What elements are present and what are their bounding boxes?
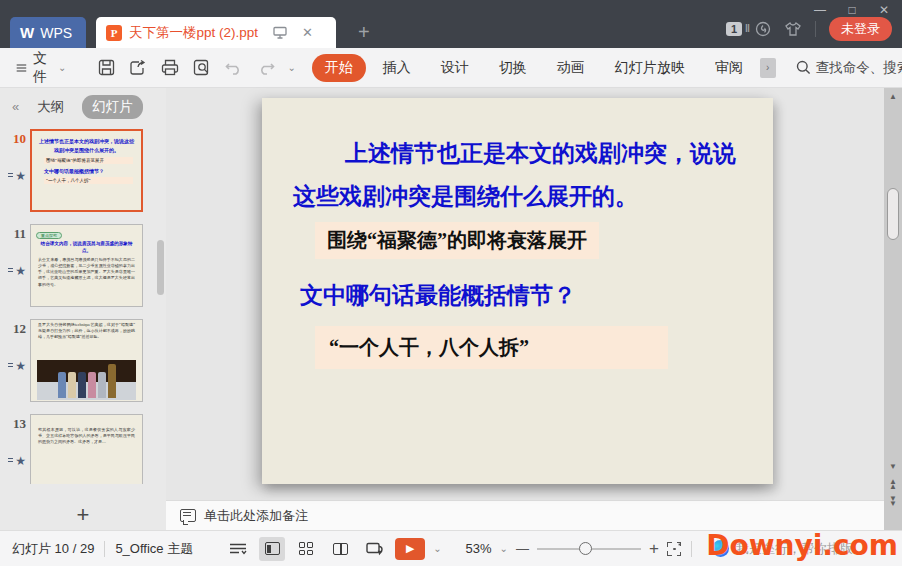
tab-animation[interactable]: 动画 [544,54,598,82]
previous-slide-button[interactable]: ▲▲ [889,479,897,489]
normal-view-button[interactable] [259,537,285,561]
slide-thumb-11[interactable]: 11 ★ 重点探究 结合课文内容，说说唐茂昌与唐茂盛的形象特点。 从全文来看，唐… [0,224,166,307]
command-search[interactable]: 查找命令、搜索模板 [796,59,902,77]
tab-slideshow[interactable]: 幻灯片放映 [602,54,698,82]
scroll-up-icon[interactable]: ▲ [889,88,897,106]
body-row: « 大纲 幻灯片 10 ★ 上述情节也正是本文的戏剧冲突，说说这些戏剧冲突是围绕… [0,88,902,530]
present-mode-icon[interactable] [273,26,287,39]
mini-heading: 上述情节也正是本文的戏剧冲突，说说这些戏剧冲突是围绕什么展开的。 [32,131,141,154]
thumbnail[interactable]: 重点探究 结合课文内容，说说唐茂昌与唐茂盛的形象特点。 从全文来看，唐茂昌与唐茂… [30,224,143,307]
slide-editor[interactable]: 上述情节也正是本文的戏剧冲突，说说这些戏剧冲突是围绕什么展开的。 围绕“福聚德”… [262,98,773,484]
more-tabs-button[interactable]: › [760,58,776,78]
new-slide-button[interactable]: + [0,500,166,530]
ribbon-tabs: 开始 插入 设计 切换 动画 幻灯片放映 审阅 › [312,54,776,82]
titlebar-right-icons: 1 未登录 [726,17,892,41]
panel-header: « 大纲 幻灯片 [0,88,166,125]
tab-transition[interactable]: 切换 [486,54,540,82]
mini-body: 究其根本原因，可以说，这是餐饮务实的人与东家少爷、交五这样靠吃官饭的人的矛盾，是… [31,415,142,446]
animation-star-icon: ★ [15,169,26,183]
print-preview-button[interactable] [187,56,217,79]
scrollbar-thumb[interactable] [887,188,899,240]
notes-placeholder: 单击此处添加备注 [204,507,308,525]
zoom-slider-knob[interactable] [579,542,592,555]
close-tab-icon[interactable]: ✕ [302,25,313,40]
tab-outline[interactable]: 大纲 [37,98,64,116]
slide-thumb-12[interactable]: 12 ★ 且罗大头自恃烤鸭绝technique艺高超，这对于“福聚德”无疑是自打… [0,319,166,402]
zoom-level[interactable]: 53% [466,541,492,556]
print-button[interactable] [155,56,185,79]
slide-counter: 幻灯片 10 / 29 [12,540,94,558]
redo-button[interactable] [251,57,281,78]
zoom-dropdown-icon[interactable]: ⌄ [500,543,508,554]
thumbnail[interactable]: 究其根本原因，可以说，这是餐饮务实的人与东家少爷、交五这样靠吃官饭的人的矛盾，是… [30,414,143,484]
quick-access-dropdown-icon[interactable]: ⌄ [287,62,295,73]
slide-number: 13 [13,416,26,432]
export-button[interactable] [123,56,153,79]
mini-highlight1: 围绕“福聚德”的即将衰落展开 [44,157,133,164]
scroll-down-icon[interactable]: ▼ [889,462,897,472]
activity-icon[interactable] [755,21,771,37]
slide-panel: « 大纲 幻灯片 10 ★ 上述情节也正是本文的戏剧冲突，说说这些戏剧冲突是围绕… [0,88,166,530]
wps-logo-icon: W [20,24,33,41]
new-tab-button[interactable]: + [352,21,376,48]
file-menu[interactable]: 文件 ⌄ [10,50,72,86]
reading-view-button[interactable] [327,537,353,561]
fit-to-window-button[interactable] [667,542,681,556]
save-button[interactable] [92,56,121,79]
notes-toggle-button[interactable] [225,537,251,561]
slide-canvas: 上述情节也正是本文的戏剧冲突，说说这些戏剧冲突是围绕什么展开的。 围绕“福聚德”… [166,88,884,500]
mini-body: 且罗大头自恃烤鸭绝technique艺高超，这对于“福聚德”无疑是自打杂力的；此… [31,320,142,358]
zoom-out-button[interactable]: — [516,541,529,556]
heading-line2: 这些戏剧冲突是围绕什么展开的。 [293,183,638,209]
slide-thumb-10[interactable]: 10 ★ 上述情节也正是本文的戏剧冲突，说说这些戏剧冲突是围绕什么展开的。 围绕… [0,129,166,212]
tab-slides[interactable]: 幻灯片 [82,95,143,119]
scrollbar-bottom-controls: ▼ ▲▲ ▼▼ [889,462,897,506]
document-title: 天下第一楼ppt (2).ppt [129,24,258,42]
thumbnail-list: 10 ★ 上述情节也正是本文的戏剧冲突，说说这些戏剧冲突是围绕什么展开的。 围绕… [0,125,166,500]
thumbnail[interactable]: 且罗大头自恃烤鸭绝technique艺高超，这对于“福聚德”无疑是自打杂力的；此… [30,319,143,402]
window-count-badge[interactable]: 1 [726,22,742,36]
zoom-in-button[interactable]: + [649,539,659,559]
view-switcher: ▶ ⌄ [225,537,441,561]
slide-highlight-answer2[interactable]: “一个人干，八个人拆” [315,326,668,369]
tab-design[interactable]: 设计 [428,54,482,82]
titlebar: — □ ✕ W WPS P 天下第一楼ppt (2).ppt ✕ + 1 [0,0,902,48]
tab-insert[interactable]: 插入 [370,54,424,82]
document-tab[interactable]: P 天下第一楼ppt (2).ppt ✕ [96,17,336,48]
tab-home[interactable]: 开始 [312,54,366,82]
mini-title: 结合课文内容，说说唐茂昌与唐茂盛的形象特点。 [31,240,142,255]
next-slide-button[interactable]: ▼▼ [889,496,897,506]
play-options-icon[interactable]: ⌄ [433,543,441,554]
tab-review[interactable]: 审阅 [702,54,756,82]
slide-number: 10 [13,131,26,147]
theme-name[interactable]: 5_Office 主题 [115,540,193,558]
tab-row: W WPS P 天下第一楼ppt (2).ppt ✕ + [10,17,376,48]
watermark-text: Downyi.com [706,529,898,562]
collapse-panel-icon[interactable]: « [12,99,19,114]
slide-sorter-view-button[interactable] [293,537,319,561]
slide-question[interactable]: 文中哪句话最能概括情节？ [300,280,576,311]
mini-highlight2: “一个人干，八个人拆” [44,177,133,184]
undo-button[interactable] [219,57,249,78]
slide-highlight-answer1[interactable]: 围绕“福聚德”的即将衰落展开 [315,222,599,259]
wps-home-tab[interactable]: W WPS [10,17,86,48]
login-button[interactable]: 未登录 [829,17,892,41]
notes-bar[interactable]: 单击此处添加备注 [166,500,884,530]
slide-thumb-13[interactable]: 13 ★ 究其根本原因，可以说，这是餐饮务实的人与东家少爷、交五这样靠吃官饭的人… [0,414,166,484]
thumb-gutter: 13 ★ [0,414,30,484]
thumb-gutter: 11 ★ [0,224,30,307]
vertical-scrollbar[interactable]: ▲ ▼ ▲▲ ▼▼ [884,88,902,530]
skin-theme-icon[interactable] [784,21,802,37]
slideshow-setup-button[interactable] [361,537,387,561]
notes-icon [180,509,196,522]
zoom-slider[interactable] [537,548,641,550]
thumbnail-selected[interactable]: 上述情节也正是本文的戏剧冲突，说说这些戏剧冲突是围绕什么展开的。 围绕“福聚德”… [30,129,143,212]
mini-photo [37,360,136,400]
panel-scrollbar-thumb[interactable] [157,240,164,295]
thumb-gutter: 10 ★ [0,129,30,212]
play-slideshow-button[interactable]: ▶ [395,538,425,560]
animation-star-icon: ★ [15,454,26,468]
wps-label: WPS [40,25,72,41]
thumb-gutter: 12 ★ [0,319,30,402]
slide-heading[interactable]: 上述情节也正是本文的戏剧冲突，说说这些戏剧冲突是围绕什么展开的。 [293,132,745,217]
